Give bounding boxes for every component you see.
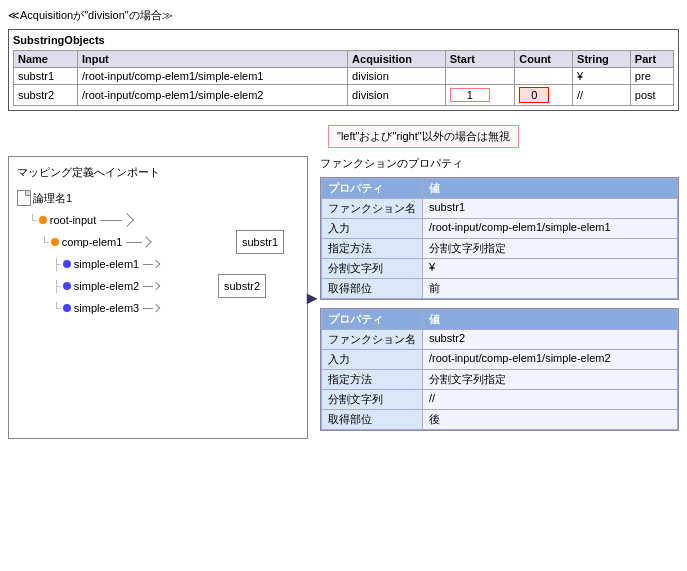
- col-header-acquisition: Acquisition: [348, 51, 446, 68]
- row1-acquisition: division: [348, 68, 446, 85]
- col-header-name: Name: [14, 51, 78, 68]
- end-arrow: [152, 282, 160, 290]
- prop-row: ファンクション名 substr1: [322, 199, 678, 219]
- prop-value: 分割文字列指定: [423, 239, 678, 259]
- orange-dot-icon: [51, 238, 59, 246]
- prop-value: substr2: [423, 330, 678, 350]
- prop-row: 入力 /root-input/comp-elem1/simple-elem2: [322, 350, 678, 370]
- prop-row: 取得部位 後: [322, 410, 678, 430]
- substring-objects-box: SubstringObjects Name Input Acquisition …: [8, 29, 679, 111]
- row2-start[interactable]: [445, 85, 514, 106]
- node-arrow-right: [120, 213, 134, 227]
- right-arrow-icon: ►: [303, 287, 321, 308]
- blue-dot-icon: [63, 282, 71, 290]
- orange-dot-icon: [39, 216, 47, 224]
- row1-count: [515, 68, 573, 85]
- prop-value: 後: [423, 410, 678, 430]
- node-root-input: root-input: [50, 210, 96, 230]
- properties-section-title: ファンクションのプロパティ: [320, 156, 679, 171]
- col-header-start: Start: [445, 51, 514, 68]
- col-header-input: Input: [77, 51, 347, 68]
- properties-section: ファンクションのプロパティ プロパティ 値 ファンクション名 substr1 入: [320, 156, 679, 439]
- blue-dot-icon: [63, 304, 71, 312]
- prop-row: 取得部位 前: [322, 279, 678, 299]
- node-comp-elem1: comp-elem1: [62, 232, 123, 252]
- prop-label: 取得部位: [322, 279, 423, 299]
- row2-part: post: [630, 85, 673, 106]
- main-table: Name Input Acquisition Start Count Strin…: [13, 50, 674, 106]
- node-simple-elem2: simple-elem2: [74, 276, 139, 296]
- props-col-prop-1: プロパティ: [322, 179, 423, 199]
- prop-row: ファンクション名 substr2: [322, 330, 678, 350]
- prop-value: ¥: [423, 259, 678, 279]
- tree-node-simple3: └ simple-elem3: [53, 298, 299, 318]
- row1-name: substr1: [14, 68, 78, 85]
- props-col-prop-2: プロパティ: [322, 310, 423, 330]
- page-title: ≪Acquisitionが"division"の場合≫: [8, 8, 679, 23]
- prop-label: 指定方法: [322, 370, 423, 390]
- prop-label: ファンクション名: [322, 199, 423, 219]
- row2-acquisition: division: [348, 85, 446, 106]
- row2-input: /root-input/comp-elem1/simple-elem2: [77, 85, 347, 106]
- table-row: substr2 /root-input/comp-elem1/simple-el…: [14, 85, 674, 106]
- row1-input: /root-input/comp-elem1/simple-elem1: [77, 68, 347, 85]
- end-arrow: [152, 304, 160, 312]
- prop-value: //: [423, 390, 678, 410]
- prop-label: ファンクション名: [322, 330, 423, 350]
- tree-node-root: └ root-input: [29, 210, 299, 230]
- outer-box-title: SubstringObjects: [13, 34, 674, 46]
- properties-block-1: プロパティ 値 ファンクション名 substr1 入力 /root-input/…: [320, 177, 679, 300]
- prop-row: 分割文字列 //: [322, 390, 678, 410]
- row2-name: substr2: [14, 85, 78, 106]
- prop-row: 入力 /root-input/comp-elem1/simple-elem1: [322, 219, 678, 239]
- lower-section: マッピング定義へインポート 論理名1 └ root-input └ comp-e…: [8, 156, 679, 439]
- blue-dot-icon: [63, 260, 71, 268]
- props-table-1: プロパティ 値 ファンクション名 substr1 入力 /root-input/…: [321, 178, 678, 299]
- col-header-string: String: [573, 51, 631, 68]
- prop-label: 分割文字列: [322, 390, 423, 410]
- row1-string: ¥: [573, 68, 631, 85]
- tree-node-simple1: ├ simple-elem1: [53, 254, 299, 274]
- doc-icon: [17, 190, 31, 206]
- prop-label: 取得部位: [322, 410, 423, 430]
- row1-start: [445, 68, 514, 85]
- prop-label: 入力: [322, 219, 423, 239]
- prop-row: 分割文字列 ¥: [322, 259, 678, 279]
- prop-label: 分割文字列: [322, 259, 423, 279]
- end-arrow: [152, 260, 160, 268]
- substr2-label: substr2: [218, 274, 266, 298]
- col-header-count: Count: [515, 51, 573, 68]
- props-table-2: プロパティ 値 ファンクション名 substr2 入力 /root-input/…: [321, 309, 678, 430]
- row2-string: //: [573, 85, 631, 106]
- node-simple-elem1: simple-elem1: [74, 254, 139, 274]
- props-col-val-1: 値: [423, 179, 678, 199]
- prop-value: /root-input/comp-elem1/simple-elem1: [423, 219, 678, 239]
- connector-arrow: [141, 236, 152, 247]
- table-row: substr1 /root-input/comp-elem1/simple-el…: [14, 68, 674, 85]
- tree-node-comp: └ comp-elem1 substr1: [41, 232, 299, 252]
- substr1-label: substr1: [236, 230, 284, 254]
- prop-label: 入力: [322, 350, 423, 370]
- prop-value: 分割文字列指定: [423, 370, 678, 390]
- prop-value: substr1: [423, 199, 678, 219]
- prop-value: /root-input/comp-elem1/simple-elem2: [423, 350, 678, 370]
- row2-count: 0: [515, 85, 573, 106]
- prop-label: 指定方法: [322, 239, 423, 259]
- start-input: [450, 88, 490, 102]
- col-header-part: Part: [630, 51, 673, 68]
- row1-part: pre: [630, 68, 673, 85]
- node-simple-elem3: simple-elem3: [74, 298, 139, 318]
- tree-node-simple2: ├ simple-elem2 substr2: [53, 276, 299, 296]
- tree-node-doc: 論理名1: [17, 188, 299, 208]
- props-col-val-2: 値: [423, 310, 678, 330]
- prop-row: 指定方法 分割文字列指定: [322, 370, 678, 390]
- note-box: "left"および"right"以外の場合は無視: [328, 125, 519, 148]
- tree-container: 論理名1 └ root-input └ comp-elem1 substr1: [17, 188, 299, 318]
- mapping-title: マッピング定義へインポート: [17, 165, 299, 180]
- doc-label: 論理名1: [33, 188, 72, 208]
- properties-block-2: プロパティ 値 ファンクション名 substr2 入力 /root-input/…: [320, 308, 679, 431]
- prop-value: 前: [423, 279, 678, 299]
- prop-row: 指定方法 分割文字列指定: [322, 239, 678, 259]
- mapping-box: マッピング定義へインポート 論理名1 └ root-input └ comp-e…: [8, 156, 308, 439]
